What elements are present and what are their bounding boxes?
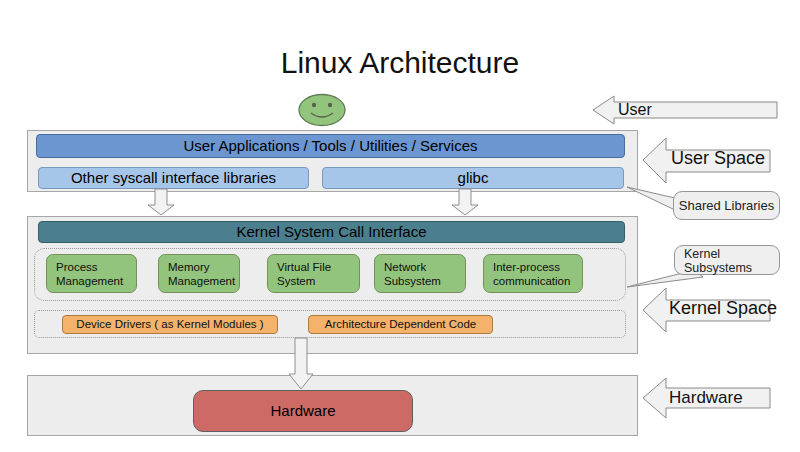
smiley-face-icon bbox=[299, 95, 345, 126]
subsystem-box-network-subsystem: Network Subsystem bbox=[374, 254, 466, 293]
kernel-space-arrow-label: Kernel Space bbox=[669, 298, 777, 319]
device-drivers-box: Device Drivers ( as Kernel Modules ) bbox=[62, 315, 278, 334]
linux-architecture-diagram: Linux Architecture User Applications / T… bbox=[0, 0, 800, 452]
subsystem-box-inter-process-communication: Inter-process communication bbox=[483, 254, 583, 293]
diagram-title: Linux Architecture bbox=[0, 47, 800, 79]
glibc-bar: glibc bbox=[322, 167, 624, 189]
kernel-syscall-interface-bar: Kernel System Call Interface bbox=[38, 221, 625, 243]
hardware-box: Hardware bbox=[193, 390, 413, 432]
shared-libraries-callout: Shared Libraries bbox=[673, 191, 780, 220]
hardware-arrow-label: Hardware bbox=[669, 388, 743, 408]
syscall-lib-down-arrow-icon bbox=[148, 189, 174, 215]
user-arrow-label: User bbox=[618, 101, 652, 119]
subsystem-box-memory-management: Memory Management bbox=[158, 254, 240, 293]
kernel-subsystems-line2: Subsystems bbox=[684, 261, 779, 275]
subsystem-box-virtual-file-system: Virtual File System bbox=[267, 254, 360, 293]
user-space-arrow-label: User Space bbox=[671, 148, 765, 169]
other-syscall-libraries-bar: Other syscall interface libraries bbox=[38, 167, 309, 189]
user-applications-bar: User Applications / Tools / Utilities / … bbox=[36, 134, 625, 158]
glibc-down-arrow-icon bbox=[452, 189, 478, 215]
kernel-subsystems-line1: Kernel bbox=[684, 247, 779, 261]
subsystem-box-process-management: Process Management bbox=[46, 254, 137, 293]
architecture-dependent-code-box: Architecture Dependent Code bbox=[308, 315, 493, 334]
kernel-subsystems-callout: Kernel Subsystems bbox=[674, 245, 780, 275]
